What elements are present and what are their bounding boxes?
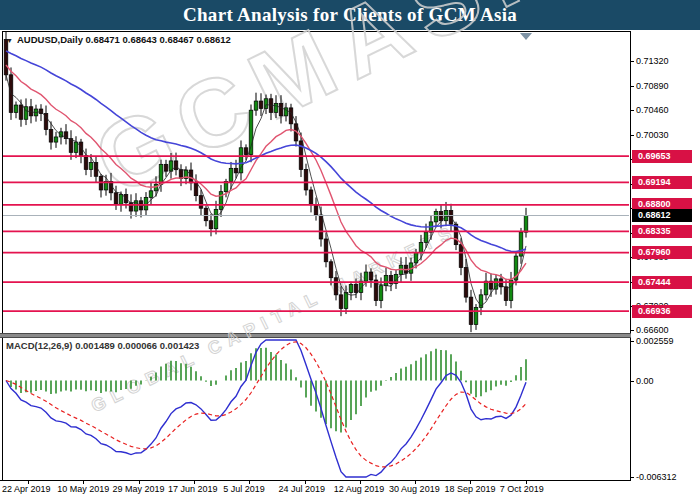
level-price-label: 0.67444 (632, 276, 692, 289)
level-price-label: 0.66936 (632, 305, 692, 318)
chart-shift-icon[interactable] (520, 33, 532, 40)
date-label: 24 Jul 2019 (279, 484, 326, 494)
candle-bear (354, 285, 358, 293)
candle-bull (384, 275, 388, 285)
candle-bull (419, 242, 423, 252)
price-tick-mark (630, 110, 634, 111)
candle-bear (339, 295, 343, 309)
price-tick-mark (630, 135, 634, 136)
candle-bear (69, 139, 73, 153)
candle-bull (414, 253, 418, 263)
macd-tick-mark (630, 477, 634, 478)
candle-bull (509, 280, 513, 301)
price-tick-mark (630, 61, 634, 62)
date-label: 10 May 2019 (57, 484, 109, 494)
candle-bear (209, 221, 213, 229)
candle-bull (524, 216, 528, 233)
price-tick-mark (630, 330, 634, 331)
candle-bull (74, 142, 78, 152)
candle-bear (369, 272, 373, 280)
candle-bull (254, 101, 258, 110)
candle-bull (349, 285, 353, 293)
chart-canvas[interactable] (0, 0, 700, 500)
candle-bear (279, 103, 283, 116)
candle-bull (89, 163, 93, 170)
level-price-label: 0.67960 (632, 246, 692, 259)
macd-indicator-label: MACD(12,26,9) 0.001489 0.000066 0.001423 (6, 340, 199, 351)
candle-bear (459, 245, 463, 268)
date-label: 5 Jul 2019 (223, 484, 265, 494)
candle-bear (164, 164, 168, 171)
date-label: 30 Aug 2019 (389, 484, 440, 494)
current-price-label: 0.68612 (632, 209, 692, 222)
candle-bear (114, 193, 118, 204)
macd-tick-label: -0.006312 (636, 472, 677, 482)
candle-bear (334, 278, 338, 295)
date-label: 12 Aug 2019 (334, 484, 385, 494)
candle-bear (324, 239, 328, 262)
date-label: 22 Apr 2019 (2, 484, 51, 494)
candle-bear (19, 105, 23, 119)
candle-bull (424, 232, 428, 242)
candle-bear (329, 262, 333, 278)
price-tick-mark (630, 86, 634, 87)
candle-bull (159, 164, 163, 184)
macd-tick-mark (630, 381, 634, 382)
candle-bull (119, 195, 123, 205)
candle-bull (434, 212, 438, 222)
candle-bear (304, 169, 308, 190)
symbol-ohlc-text: AUDUSD,Daily 0.68471 0.68643 0.68467 0.6… (17, 34, 231, 45)
macd-tick-label: 0.002559 (636, 336, 674, 346)
candle-bull (484, 281, 488, 295)
price-tick-label: 0.71320 (636, 56, 669, 66)
macd-tick-label: 0.00 (636, 376, 654, 386)
candle-bear (194, 183, 198, 196)
level-price-label: 0.69194 (632, 176, 692, 189)
candle-bear (49, 130, 53, 143)
candle-bear (309, 190, 313, 205)
candle-bear (314, 205, 318, 215)
candle-bull (364, 272, 368, 281)
date-label: 18 Sep 2019 (444, 484, 495, 494)
symbol-ohlc-label: ▼AUDUSD,Daily 0.68471 0.68643 0.68467 0.… (6, 34, 231, 45)
date-label: 29 May 2019 (113, 484, 165, 494)
mt4-chart-window: Chart Analysis for Clients of GCM Asia G… (0, 0, 700, 500)
candle-bear (439, 212, 443, 221)
candle-bear (204, 208, 208, 221)
candle-bull (274, 103, 278, 112)
dropdown-arrow-icon[interactable]: ▼ (6, 37, 13, 44)
candle-bull (239, 148, 243, 173)
candle-bull (149, 191, 153, 198)
level-price-label: 0.68335 (632, 225, 692, 238)
candle-bear (259, 101, 263, 108)
candle-bull (214, 209, 218, 228)
level-price-label: 0.69653 (632, 150, 692, 163)
macd-tick-mark (630, 341, 634, 342)
price-tick-label: 0.70890 (636, 81, 669, 91)
candle-bull (219, 192, 223, 210)
candle-bear (319, 215, 323, 239)
candle-bear (199, 196, 203, 209)
date-label: 7 Oct 2019 (500, 484, 544, 494)
candle-bear (174, 161, 178, 170)
price-tick-label: 0.70030 (636, 130, 669, 140)
candle-bear (244, 148, 248, 155)
candle-bull (379, 286, 383, 301)
candle-bull (249, 110, 253, 154)
macd-pane (6, 340, 526, 477)
price-tick-label: 0.70460 (636, 105, 669, 115)
candle-bull (54, 137, 58, 142)
date-label: 17 Jun 2019 (168, 484, 218, 494)
candle-bull (14, 105, 18, 112)
price-tick-label: 0.66600 (636, 325, 669, 335)
candle-bear (84, 156, 88, 170)
candle-bear (234, 168, 238, 173)
candle-bull (474, 307, 478, 324)
candle-bull (344, 293, 348, 309)
candle-bull (229, 168, 233, 181)
